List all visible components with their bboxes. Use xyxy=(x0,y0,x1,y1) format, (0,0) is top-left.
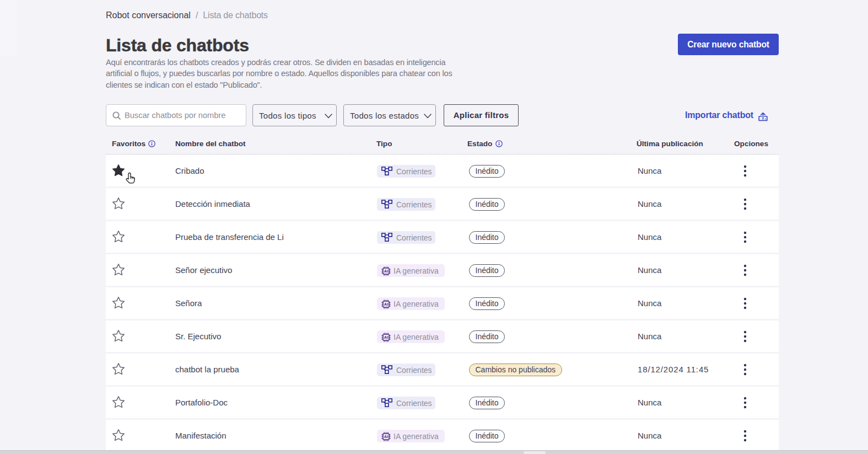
svg-text:AI: AI xyxy=(384,269,389,274)
svg-text:AI: AI xyxy=(384,335,389,340)
svg-text:AI: AI xyxy=(384,302,389,307)
svg-text:AI: AI xyxy=(384,434,389,439)
